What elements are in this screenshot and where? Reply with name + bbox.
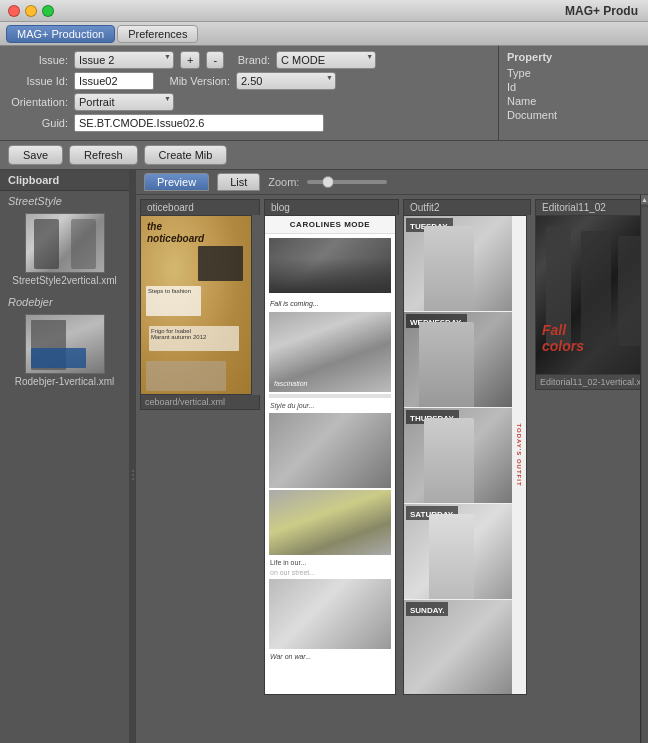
- outfit-wednesday: WEDNESDAY.: [404, 312, 512, 407]
- clipboard-title: Clipboard: [0, 170, 129, 191]
- editorial-body: Fallcolors: [535, 215, 640, 375]
- tab-list[interactable]: List: [217, 173, 260, 191]
- blog-masthead: CAROLINES MODE: [265, 216, 395, 234]
- rodebjer-filename: Rodebjer-1vertical.xml: [8, 376, 121, 387]
- issue-select[interactable]: Issue 2: [74, 51, 174, 69]
- menu-bar: MAG+ Production Preferences: [0, 22, 648, 46]
- title-bar: MAG+ Produ: [0, 0, 648, 22]
- outfit-saturday: SATURDAY.: [404, 504, 512, 599]
- blog-body: CAROLINES MODE Fall is coming... fascina…: [264, 215, 396, 695]
- streetstyle-thumb: [25, 213, 105, 273]
- property-panel: Property Type Id Name Document: [498, 46, 648, 140]
- blog-header: blog: [264, 199, 399, 215]
- spread-blog: blog CAROLINES MODE Fall is com: [264, 199, 399, 743]
- window-controls[interactable]: [8, 5, 54, 17]
- issue-id-label: Issue Id:: [8, 75, 68, 87]
- zoom-slider[interactable]: [307, 180, 387, 184]
- blog-runway1: fascination: [269, 312, 391, 392]
- outfit-body: TODAY'S OUTFIT TUESDAY. WEDN: [403, 215, 527, 695]
- mib-version-select[interactable]: 2.50: [236, 72, 336, 90]
- property-name: Name: [507, 95, 640, 107]
- create-mib-button[interactable]: Create Mib: [144, 145, 228, 165]
- spread-outfit: Outfit2 TODAY'S OUTFIT TUESDAY.: [403, 199, 531, 743]
- guid-label: Guid:: [8, 117, 68, 129]
- noticeboard-body: thenoticeboard Steps to fashion Frigo fo…: [140, 215, 252, 395]
- blog-runway3: [269, 490, 391, 555]
- brand-select[interactable]: C MODE: [276, 51, 376, 69]
- minimize-button[interactable]: [25, 5, 37, 17]
- noticeboard-footer: [146, 361, 226, 391]
- outfit-vertical-text: TODAY'S OUTFIT: [516, 423, 522, 486]
- blog-divider1: [269, 394, 391, 398]
- menu-preferences[interactable]: Preferences: [117, 25, 198, 43]
- property-id: Id: [507, 81, 640, 93]
- outfit-thursday: THURSDAY.: [404, 408, 512, 503]
- editorial-header: Editorial11_02: [535, 199, 640, 215]
- noticeboard-header: oticeboard: [140, 199, 260, 215]
- tab-zoom-bar: Preview List Zoom:: [136, 170, 648, 195]
- sidebar-section-streetstyle: StreetStyle: [0, 191, 129, 211]
- blog-photo2: [269, 579, 391, 649]
- maximize-button[interactable]: [42, 5, 54, 17]
- outfit-tuesday: TUESDAY.: [404, 216, 512, 311]
- blog-subtext3: on our street...: [265, 568, 395, 577]
- noticeboard-photo1: [198, 246, 243, 281]
- editorial-figure2: [581, 231, 611, 346]
- mib-version-label: Mib Version:: [160, 75, 230, 87]
- zoom-label: Zoom:: [268, 176, 299, 188]
- sidebar-item-streetstyle[interactable]: StreetStyle2vertical.xml: [0, 211, 129, 292]
- editorial-figure3: [618, 236, 640, 346]
- close-button[interactable]: [8, 5, 20, 17]
- spread-editorial: Editorial11_02 Fallcolors Editorial11_02…: [535, 199, 640, 743]
- noticeboard-note2: Frigo for IsabelMarant autumn 2012: [149, 326, 239, 351]
- sidebar-section-rodebjer: Rodebjer: [0, 292, 129, 312]
- orientation-label: Orientation:: [8, 96, 68, 108]
- orientation-select[interactable]: Portrait: [74, 93, 174, 111]
- brand-label: Brand:: [230, 54, 270, 66]
- tuesday-figure: [424, 226, 474, 311]
- action-bar: Save Refresh Create Mib: [0, 141, 648, 170]
- property-document: Document: [507, 109, 640, 121]
- spreads-container[interactable]: oticeboard thenoticeboard Steps to fashi…: [136, 195, 640, 743]
- noticeboard-note1: Steps to fashion: [146, 286, 201, 316]
- content-area: Preview List Zoom: oticeboard thenoticeb…: [136, 170, 648, 743]
- blog-text3: Life in our...: [265, 557, 395, 568]
- noticeboard-filename: ceboard/vertical.xml: [140, 395, 260, 410]
- saturday-figure: [429, 514, 474, 599]
- issue-label: Issue:: [8, 54, 68, 66]
- outfit-header: Outfit2: [403, 199, 531, 215]
- scroll-up-arrow[interactable]: ▲: [641, 195, 648, 205]
- issue-id-input[interactable]: [74, 72, 154, 90]
- save-button[interactable]: Save: [8, 145, 63, 165]
- menu-mag-production[interactable]: MAG+ Production: [6, 25, 115, 43]
- noticeboard-title-text: thenoticeboard: [147, 221, 204, 245]
- minus-button[interactable]: -: [206, 51, 224, 69]
- blog-text1: Fall is coming...: [265, 297, 395, 310]
- guid-input[interactable]: [74, 114, 324, 132]
- blog-text4: War on war...: [265, 651, 395, 662]
- property-type: Type: [507, 67, 640, 79]
- rodebjer-thumb: [25, 314, 105, 374]
- scroll-track: [642, 207, 648, 743]
- streetstyle-filename: StreetStyle2vertical.xml: [8, 275, 121, 286]
- vertical-scrollbar[interactable]: ▲ ▼: [640, 195, 648, 743]
- window-title: MAG+ Produ: [565, 4, 638, 18]
- plus-button[interactable]: +: [180, 51, 200, 69]
- thursday-figure: [424, 418, 474, 503]
- editorial-fall-colors: Fallcolors: [542, 323, 584, 354]
- blog-photo1: [269, 238, 391, 293]
- outfit-vertical-band: TODAY'S OUTFIT: [512, 216, 526, 694]
- sunday-label: SUNDAY.: [406, 602, 448, 616]
- outfit-sunday: SUNDAY.: [404, 600, 512, 695]
- toolbar: Issue: Issue 2 + - Brand: C MODE Issue I…: [0, 46, 648, 141]
- sidebar-item-rodebjer[interactable]: Rodebjer-1vertical.xml: [0, 312, 129, 393]
- wednesday-figure: [419, 322, 474, 407]
- blog-text2: Style du jour...: [265, 400, 395, 411]
- property-title: Property: [507, 51, 640, 63]
- refresh-button[interactable]: Refresh: [69, 145, 138, 165]
- blog-runway2: [269, 413, 391, 488]
- main-area: Clipboard StreetStyle StreetStyle2vertic…: [0, 170, 648, 743]
- spread-noticeboard: oticeboard thenoticeboard Steps to fashi…: [140, 199, 260, 743]
- sidebar: Clipboard StreetStyle StreetStyle2vertic…: [0, 170, 130, 743]
- tab-preview[interactable]: Preview: [144, 173, 209, 191]
